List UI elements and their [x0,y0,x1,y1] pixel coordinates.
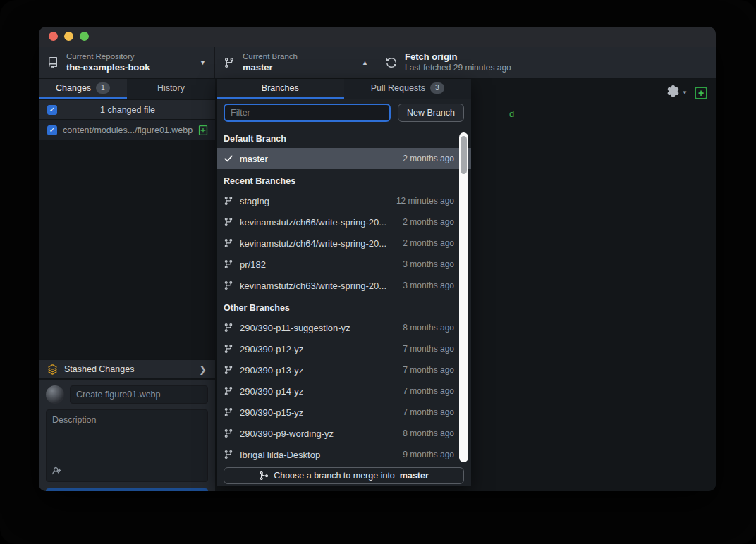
branch-time: 2 months ago [403,238,454,248]
changed-file-row[interactable]: ✓ content/modules.../figure01.webp [39,120,215,140]
branch-name: 290/390-p11-suggestion-yz [240,323,396,333]
git-branch-icon [224,217,233,227]
branch-time: 8 months ago [403,323,454,333]
branch-row[interactable]: IbrigaHilda-Desktop 9 months ago [217,444,471,464]
fetch-origin-subtitle: Last fetched 29 minutes ago [405,63,530,73]
branch-time: 7 months ago [403,386,454,396]
changed-files-header: ✓ 1 changed file [39,100,215,120]
section-header-recent-branches: Recent Branches [217,169,471,190]
current-repository-button[interactable]: Current Repository the-examples-book ▼ [39,47,215,78]
stack-icon [47,364,58,375]
maximize-window-button[interactable] [80,32,89,41]
branch-name: kevinamstutz/ch66/write-spring-20... [240,217,396,228]
merge-button-branch: master [400,471,429,481]
branch-time: 3 months ago [403,259,454,269]
merge-branch-button[interactable]: Choose a branch to merge into master [224,467,464,484]
git-branch-icon [224,365,233,375]
toolbar: Current Repository the-examples-book ▼ C… [39,47,716,79]
branch-time: 9 months ago [403,450,454,459]
commit-area: Commit to master [39,380,215,491]
git-branch-icon [224,196,233,206]
green-plus-icon[interactable]: + [695,87,707,99]
fetch-origin-button[interactable]: Fetch origin Last fetched 29 minutes ago [377,47,539,78]
branch-row[interactable]: 290/390-p13-yz 7 months ago [217,359,471,381]
branch-time: 2 months ago [403,154,454,163]
branch-row[interactable]: pr/182 3 months ago [217,254,471,275]
branch-filter-input[interactable] [224,104,391,122]
tab-history-label: History [157,83,185,93]
changes-count-badge: 1 [96,82,110,94]
branch-row[interactable]: kevinamstutz/ch66/write-spring-20... 2 m… [217,211,471,233]
toolbar-spacer [539,47,716,78]
branch-list: Default Branch master 2 months ago Recen… [217,127,471,464]
tab-branches-label: Branches [262,83,299,93]
commit-summary-input[interactable] [70,385,208,404]
close-window-button[interactable] [49,32,58,41]
branch-time: 3 months ago [403,280,454,290]
fetch-origin-title: Fetch origin [405,51,530,63]
tab-changes[interactable]: Changes 1 [39,79,127,99]
new-branch-button[interactable]: New Branch [398,104,464,122]
branch-time: 7 months ago [403,407,454,417]
file-checkbox[interactable]: ✓ [47,125,57,135]
stashed-changes-row[interactable]: Stashed Changes ❯ [39,359,215,379]
merge-button-prefix: Choose a branch to merge into [274,471,395,481]
gear-icon [667,85,679,100]
branch-time: 7 months ago [403,344,454,354]
add-coauthor-icon[interactable] [52,466,63,476]
select-all-checkbox[interactable]: ✓ [47,105,57,115]
commit-description-input[interactable] [47,410,207,465]
tab-changes-label: Changes [56,83,91,93]
branch-row[interactable]: 290/390-p11-suggestion-yz 8 months ago [217,317,471,338]
current-repository-value: the-examples-book [66,62,194,73]
titlebar[interactable] [39,27,716,47]
branch-row-master[interactable]: master 2 months ago [217,148,471,169]
branch-row[interactable]: 290/390-p12-yz 7 months ago [217,338,471,359]
chevron-right-icon: ❯ [199,364,207,375]
avatar [46,385,64,404]
current-branch-value: master [243,62,356,73]
git-branch-icon [224,323,233,333]
tab-branches[interactable]: Branches [217,79,344,99]
branch-name: staging [240,196,390,206]
sidebar-tabs: Changes 1 History [39,79,215,99]
commit-button[interactable]: Commit to master [46,488,208,491]
git-branch-icon [224,259,233,269]
git-branch-icon [224,407,233,417]
sidebar: Changes 1 History ✓ 1 changed file ✓ con… [39,79,215,491]
branch-time: 8 months ago [403,428,454,438]
branch-row[interactable]: 290/390-p14-yz 7 months ago [217,381,471,402]
branch-row[interactable]: kevinamstutz/ch63/write-spring-20... 3 m… [217,275,471,296]
tab-history[interactable]: History [127,79,215,99]
tab-pull-requests-label: Pull Requests [371,83,425,93]
diff-added-icon [198,125,208,135]
git-branch-icon [224,57,235,68]
current-branch-button[interactable]: Current Branch master ▲ [215,47,377,78]
check-icon [224,154,233,163]
tab-pull-requests[interactable]: Pull Requests 3 [344,79,472,99]
branch-list-scrollbar[interactable] [459,132,468,462]
branch-row[interactable]: 290/390-p15-yz 7 months ago [217,402,471,423]
github-desktop-window: Current Repository the-examples-book ▼ C… [39,27,716,491]
branch-name: 290/390-p9-wording-yz [240,428,396,439]
minimize-window-button[interactable] [64,32,73,41]
scrollbar-thumb[interactable] [461,136,467,174]
branch-popover-footer: Choose a branch to merge into master [217,464,471,486]
branch-name: 290/390-p14-yz [240,386,396,397]
git-branch-icon [224,280,233,290]
branch-row[interactable]: 290/390-p9-wording-yz 8 months ago [217,423,471,444]
pull-requests-count-badge: 3 [430,82,444,94]
commit-description-box [46,409,208,482]
branch-time: 2 months ago [403,217,454,227]
git-branch-icon [224,428,233,438]
branch-time: 7 months ago [403,365,454,375]
settings-menu-button[interactable]: ▼ [667,85,688,100]
git-branch-icon [224,238,233,248]
branch-name: IbrigaHilda-Desktop [240,450,396,460]
branch-row[interactable]: staging 12 minutes ago [217,190,471,211]
branch-name: kevinamstutz/ch64/write-spring-20... [240,238,396,249]
branch-row[interactable]: kevinamstutz/ch64/write-spring-20... 2 m… [217,233,471,254]
git-merge-icon [259,471,269,481]
branch-name: master [240,154,396,164]
branch-filter-row: New Branch [217,99,471,127]
